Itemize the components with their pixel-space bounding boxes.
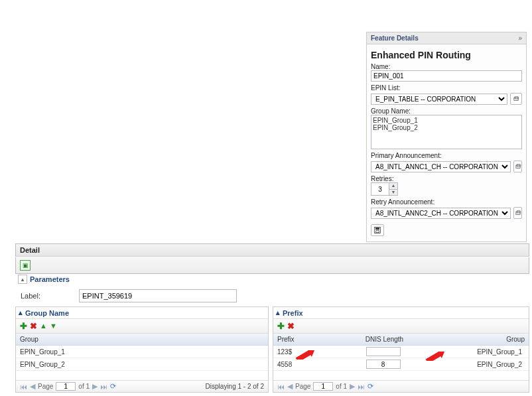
group-column-header: Group [16, 334, 268, 346]
prefix-cell-prefix: 123$ [277, 348, 317, 356]
name-label: Name: [371, 63, 522, 70]
retries-input[interactable] [371, 183, 389, 195]
retries-down-icon[interactable]: ▼ [389, 189, 397, 196]
prefix-cell-group: EPIN_Group_1 [449, 348, 525, 356]
lower-panels: ▴ Group Name ✚ ✖ ▲ ▼ Group EPIN_Group_1 … [15, 306, 529, 393]
page-number-input[interactable] [313, 382, 333, 391]
epinlist-browse-icon[interactable] [510, 93, 522, 105]
detail-header: Detail [15, 243, 529, 257]
refresh-icon[interactable]: ⟳ [110, 382, 116, 391]
detail-toolbar: ▣ [15, 257, 529, 274]
retries-spinner[interactable]: ▲ ▼ [371, 182, 398, 196]
feature-details-body: Enhanced PIN Routing Name: EPIN List: E_… [367, 44, 526, 241]
prefix-toolbar: ✚ ✖ [273, 319, 529, 334]
prefix-collapse-icon[interactable]: ▴ [276, 308, 280, 317]
prefix-column-header: Prefix DNIS Length Group [273, 334, 529, 346]
svg-rect-8 [376, 231, 379, 233]
feature-details-titlebar: Feature Details » [367, 33, 526, 44]
prefix-col-prefix: Prefix [273, 334, 321, 345]
page-first-icon[interactable]: ⏮ [20, 383, 27, 391]
groupname-item[interactable]: EPIN_Group_2 [373, 124, 520, 131]
delete-icon[interactable]: ✖ [30, 322, 37, 330]
page-word: Page [295, 383, 310, 390]
page-last-icon[interactable]: ⏭ [358, 383, 365, 391]
prefix-rows: 123$ EPIN_Group_1 4558 EPIN_Group_2 [273, 346, 529, 380]
group-collapse-icon[interactable]: ▴ [19, 308, 23, 317]
detail-title: Detail [20, 246, 40, 254]
parameters-title: Parameters [30, 275, 70, 283]
group-name-panel: ▴ Group Name ✚ ✖ ▲ ▼ Group EPIN_Group_1 … [15, 306, 269, 393]
page-of: of 1 [336, 383, 347, 390]
move-down-icon[interactable]: ▼ [50, 322, 57, 330]
label-input[interactable] [79, 289, 237, 302]
save-button[interactable] [371, 224, 384, 236]
dnis-length-input[interactable] [366, 347, 401, 356]
epinlist-select[interactable]: E_PIN_TABLE -- CORPORATION [371, 94, 507, 105]
primary-ann-browse-icon[interactable] [513, 161, 522, 172]
group-cell: EPIN_Group_1 [20, 348, 264, 356]
page-prev-icon[interactable]: ◀ [30, 382, 35, 391]
detail-action-icon[interactable]: ▣ [20, 260, 31, 271]
page-word: Page [38, 383, 53, 390]
page-first-icon[interactable]: ⏮ [277, 383, 285, 391]
add-icon[interactable]: ✚ [277, 322, 285, 330]
feature-details-panel: Feature Details » Enhanced PIN Routing N… [366, 32, 527, 242]
page-prev-icon[interactable]: ◀ [287, 382, 293, 391]
parameters-section: ▴ Parameters Label: [15, 275, 529, 309]
page-of: of 1 [78, 383, 90, 390]
svg-rect-7 [375, 228, 379, 230]
groupname-item[interactable]: EPIN_Group_1 [373, 117, 520, 124]
retries-label: Retries: [371, 175, 522, 182]
prefix-panel-title: Prefix [283, 309, 303, 317]
group-display-count: Displaying 1 - 2 of 2 [206, 383, 264, 390]
page-last-icon[interactable]: ⏭ [100, 383, 107, 391]
dnis-length-input[interactable] [366, 360, 401, 369]
retries-up-icon[interactable]: ▲ [389, 183, 397, 189]
group-panel-title: Group Name [25, 309, 69, 317]
table-row[interactable]: 123$ EPIN_Group_1 [273, 346, 529, 358]
primary-ann-label: Primary Announcement: [371, 152, 522, 159]
prefix-col-dnis: DNIS Length [321, 334, 448, 345]
epinlist-label: EPIN List: [371, 84, 522, 92]
page-number-input[interactable] [56, 382, 76, 391]
group-col-group: Group [16, 334, 268, 345]
close-icon[interactable]: » [518, 34, 522, 42]
refresh-icon[interactable]: ⟳ [367, 382, 373, 391]
table-row[interactable]: EPIN_Group_1 [16, 346, 268, 358]
name-input[interactable] [371, 70, 522, 82]
prefix-paging: ⏮ ◀ Page of 1 ▶ ⏭ ⟳ [273, 380, 529, 392]
move-up-icon[interactable]: ▲ [40, 322, 47, 330]
add-icon[interactable]: ✚ [20, 322, 27, 330]
parameters-collapse-icon[interactable]: ▴ [18, 275, 27, 284]
retry-ann-select[interactable]: A8_INTL_ANNC2_CH -- CORPORATION [371, 208, 511, 219]
group-paging: ⏮ ◀ Page of 1 ▶ ⏭ ⟳ Displaying 1 - 2 of … [16, 380, 268, 392]
groupname-list[interactable]: EPIN_Group_1 EPIN_Group_2 [371, 115, 522, 149]
page-next-icon[interactable]: ▶ [92, 382, 98, 391]
prefix-cell-group: EPIN_Group_2 [449, 361, 525, 368]
feature-details-title: Feature Details [371, 34, 419, 42]
delete-icon[interactable]: ✖ [287, 322, 295, 330]
group-toolbar: ✚ ✖ ▲ ▼ [16, 319, 268, 334]
groupname-label: Group Name: [371, 107, 522, 115]
group-rows: EPIN_Group_1 EPIN_Group_2 [16, 346, 268, 380]
feature-heading: Enhanced PIN Routing [371, 50, 522, 60]
prefix-col-group: Group [448, 334, 529, 345]
prefix-cell-prefix: 4558 [277, 361, 317, 368]
primary-ann-select[interactable]: A8_INTL_ANNC1_CH -- CORPORATION [371, 161, 511, 172]
page-next-icon[interactable]: ▶ [350, 382, 355, 391]
group-cell: EPIN_Group_2 [20, 361, 264, 368]
table-row[interactable]: EPIN_Group_2 [16, 358, 268, 371]
retry-ann-label: Retry Announcement: [371, 198, 522, 206]
retry-ann-browse-icon[interactable] [513, 207, 522, 219]
label-label: Label: [21, 292, 67, 300]
table-row[interactable]: 4558 EPIN_Group_2 [273, 358, 529, 371]
prefix-panel: ▴ Prefix ✚ ✖ Prefix DNIS Length Group 12… [273, 306, 529, 393]
